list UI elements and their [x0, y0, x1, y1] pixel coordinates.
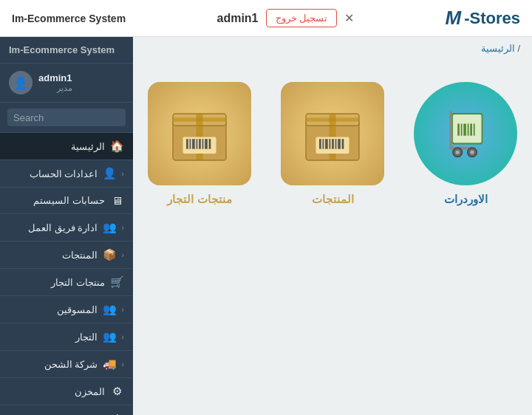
admin-name-label: admin1	[216, 12, 258, 25]
header-center: admin1 تسجيل خروج ✕	[216, 9, 354, 27]
svg-rect-5	[468, 124, 469, 136]
svg-point-13	[470, 151, 474, 154]
svg-rect-34	[192, 139, 195, 149]
marketers-icon: 👥	[102, 303, 117, 316]
sidebar: Im-Ecommerce System 👤 admin1 مدير 🔍 🏠 ال…	[0, 37, 133, 415]
svg-rect-21	[325, 139, 328, 149]
sidebar-item-account-settings[interactable]: ‹ 👤 اعدادات الحساب	[0, 160, 133, 188]
card-icon-products	[281, 82, 384, 185]
card-orders[interactable]: الاوردرات	[414, 82, 517, 206]
chevron-icon: ‹	[121, 169, 124, 178]
merchants-icon: 👥	[102, 330, 117, 343]
products-icon: 📦	[102, 248, 117, 261]
sidebar-item-label: الرئيسية	[9, 141, 105, 152]
card-icon-merchant-products	[148, 82, 251, 185]
sidebar-brand: Im-Ecommerce System	[0, 37, 133, 64]
card-products[interactable]: المنتجات	[281, 82, 384, 206]
svg-rect-25	[338, 139, 341, 149]
user-details: admin1 مدير	[38, 72, 72, 93]
svg-rect-36	[199, 139, 201, 149]
breadcrumb-home[interactable]: الرئيسية	[481, 43, 515, 54]
close-icon[interactable]: ✕	[344, 11, 354, 25]
sidebar-item-label: ادارة فريق العمل	[9, 222, 98, 233]
products-svg	[299, 100, 366, 167]
logout-button[interactable]: تسجيل خروج	[266, 9, 338, 27]
sidebar-item-returned-warehouse[interactable]: ⚙ اداره المخزن المرتجع	[0, 405, 133, 415]
sidebar-item-marketers[interactable]: ‹ 👥 المسوقين	[0, 296, 133, 323]
sidebar-item-label: المخزن	[9, 386, 105, 397]
cards-container: الاوردرات	[133, 60, 532, 228]
logo-stores: -Stores	[464, 9, 520, 28]
home-icon: 🏠	[109, 140, 124, 153]
content-area: / الرئيسية	[133, 37, 532, 415]
svg-rect-32	[186, 139, 188, 149]
svg-rect-37	[202, 139, 204, 149]
svg-rect-6	[470, 124, 472, 136]
chevron-icon: ‹	[121, 250, 124, 259]
svg-rect-30	[173, 117, 226, 121]
main-layout: Im-Ecommerce System 👤 admin1 مدير 🔍 🏠 ال…	[0, 37, 532, 415]
chevron-icon: ‹	[121, 360, 124, 368]
sidebar-item-label: المسوقين	[9, 304, 98, 315]
svg-rect-22	[330, 139, 331, 149]
chevron-icon: ‹	[121, 332, 124, 341]
logo-m: M	[446, 7, 462, 30]
warehouse-icon: ⚙	[109, 385, 124, 398]
svg-rect-38	[205, 139, 208, 149]
user-role: مدير	[57, 83, 72, 93]
search-box: 🔍	[0, 103, 133, 133]
svg-rect-17	[306, 117, 359, 121]
chevron-icon: ‹	[121, 223, 124, 232]
user-info: 👤 admin1 مدير	[0, 64, 133, 103]
search-input-wrap: 🔍	[7, 109, 126, 126]
logo-area: M -Stores	[446, 7, 520, 30]
user-name: admin1	[38, 72, 72, 83]
sidebar-item-label: المنتجات	[9, 250, 98, 261]
returned-icon: ⚙	[109, 412, 124, 415]
card-label-products: المنتجات	[312, 193, 354, 206]
team-icon: 👥	[102, 221, 117, 234]
svg-rect-35	[197, 139, 198, 149]
svg-rect-23	[332, 139, 334, 149]
avatar: 👤	[9, 71, 33, 95]
svg-point-11	[456, 151, 460, 154]
shipping-icon: 🚚	[102, 357, 117, 371]
sidebar-item-system-accounts[interactable]: 🖥 حسابات السيستم	[0, 188, 133, 214]
svg-rect-19	[319, 139, 321, 149]
search-input[interactable]	[13, 112, 133, 123]
system-icon: 🖥	[109, 194, 124, 207]
svg-rect-3	[461, 124, 463, 136]
card-label-merchant-products: منتجات التجار	[167, 193, 231, 206]
merchant-products-icon: 🛒	[109, 275, 124, 289]
top-header: Im-Ecommerce System admin1 تسجيل خروج ✕ …	[0, 0, 532, 37]
svg-rect-20	[323, 139, 324, 149]
card-merchant-products[interactable]: منتجات التجار	[148, 82, 251, 206]
svg-rect-24	[335, 139, 337, 149]
sidebar-item-label: منتجات التجار	[9, 277, 105, 288]
sidebar-item-merchants[interactable]: ‹ 👥 التجار	[0, 323, 133, 351]
sidebar-item-label: حسابات السيستم	[9, 195, 105, 206]
orders-svg	[432, 100, 499, 167]
account-icon: 👤	[102, 167, 117, 180]
svg-rect-26	[342, 139, 344, 149]
chevron-icon: ‹	[121, 305, 124, 314]
breadcrumb: / الرئيسية	[133, 37, 532, 60]
sidebar-item-label: التجار	[9, 332, 98, 343]
sidebar-item-merchant-products[interactable]: 🛒 منتجات التجار	[0, 269, 133, 296]
card-icon-orders	[414, 82, 517, 185]
sidebar-item-warehouse[interactable]: ⚙ المخزن	[0, 378, 133, 405]
card-label-orders: الاوردرات	[444, 193, 488, 206]
svg-rect-4	[463, 124, 466, 136]
svg-rect-33	[190, 139, 191, 149]
sidebar-item-products[interactable]: ‹ 📦 المنتجات	[0, 241, 133, 269]
app-brand: Im-Ecommerce System	[12, 13, 126, 24]
merchant-products-svg	[166, 100, 233, 167]
svg-rect-7	[474, 124, 475, 136]
sidebar-item-shipping[interactable]: ‹ 🚚 شركة الشحن	[0, 351, 133, 378]
sidebar-item-home[interactable]: 🏠 الرئيسية	[0, 133, 133, 160]
breadcrumb-separator: /	[517, 43, 520, 54]
sidebar-item-label: اعدادات الحساب	[9, 168, 98, 179]
sidebar-item-label: شركة الشحن	[9, 359, 98, 370]
sidebar-item-team[interactable]: ‹ 👥 ادارة فريق العمل	[0, 214, 133, 241]
svg-rect-2	[457, 124, 460, 136]
